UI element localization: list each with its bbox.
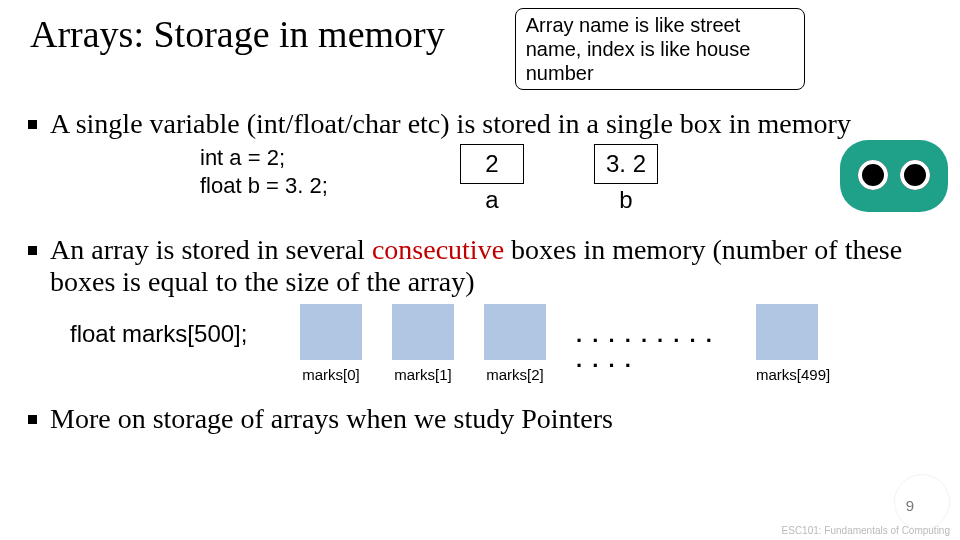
var-box-b: 3. 2 b — [594, 144, 658, 214]
array-cell-1: marks[1] — [392, 304, 454, 383]
array-label-0: marks[0] — [300, 366, 362, 383]
callout-box: Array name is like street name, index is… — [515, 8, 805, 90]
var-box-a: 2 a — [460, 144, 524, 214]
array-boxes: marks[0] marks[1] marks[2] . . . . . . .… — [300, 304, 830, 383]
var-box-b-value: 3. 2 — [594, 144, 658, 184]
ellipsis-dots: . . . . . . . . . . . . . — [576, 304, 726, 373]
bullet-3-text: More on storage of arrays when we study … — [50, 403, 613, 434]
array-label-last: marks[499] — [756, 366, 830, 383]
array-cell-last: marks[499] — [756, 304, 830, 383]
var-box-b-label: b — [594, 186, 658, 214]
watermark-logo — [894, 474, 950, 530]
array-label-2: marks[2] — [484, 366, 546, 383]
array-cell-2: marks[2] — [484, 304, 546, 383]
bullet-2-highlight: consecutive — [372, 234, 504, 265]
bullet-2-pre: An array is stored in several — [50, 234, 372, 265]
bullet-3: More on storage of arrays when we study … — [28, 403, 940, 435]
array-label-1: marks[1] — [392, 366, 454, 383]
bullet-1: A single variable (int/float/char etc) i… — [28, 108, 940, 214]
watermark-text: ESC101: Fundamentals of Computing — [782, 525, 950, 536]
array-declaration: float marks[500]; — [70, 304, 300, 348]
robot-icon — [840, 140, 948, 212]
slide-title: Arrays: Storage in memory — [20, 8, 445, 56]
bullet-2: An array is stored in several consecutiv… — [28, 234, 940, 384]
code-line-1: int a = 2; — [200, 144, 400, 172]
bullet-1-text: A single variable (int/float/char etc) i… — [50, 108, 851, 139]
code-block-1: int a = 2; float b = 3. 2; — [200, 144, 400, 199]
var-box-a-label: a — [460, 186, 524, 214]
code-line-2: float b = 3. 2; — [200, 172, 400, 200]
array-cell-0: marks[0] — [300, 304, 362, 383]
var-box-a-value: 2 — [460, 144, 524, 184]
